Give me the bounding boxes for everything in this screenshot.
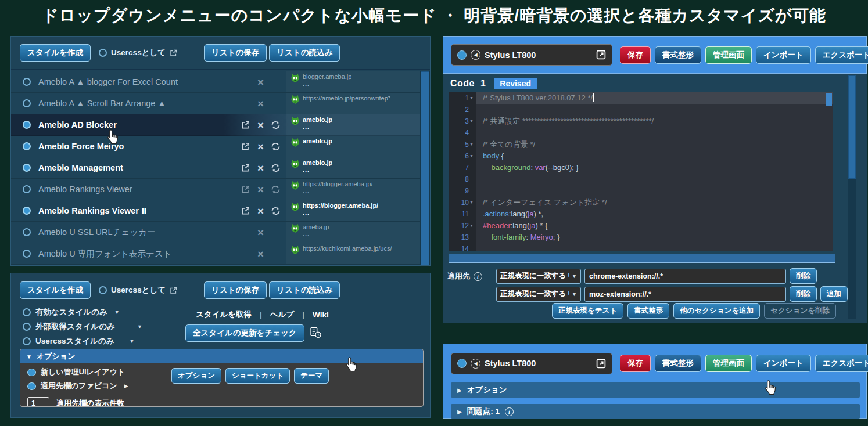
link-2[interactable]: ヘルプ bbox=[270, 309, 294, 320]
more-targets[interactable]: ... bbox=[303, 166, 332, 173]
open-in-window-icon[interactable] bbox=[596, 359, 606, 369]
remove-button[interactable]: 削除 bbox=[790, 286, 817, 302]
style-name-cell[interactable]: Ameblo U 専用フォント表示テスト bbox=[11, 248, 224, 259]
back-icon[interactable]: ◀ bbox=[471, 359, 480, 369]
refresh-icon[interactable] bbox=[271, 142, 281, 151]
create-style-button[interactable]: スタイルを作成 bbox=[20, 44, 91, 62]
options-header[interactable]: ▼ オプション bbox=[20, 349, 423, 363]
create-style-button[interactable]: スタイルを作成 bbox=[20, 281, 91, 299]
usercss-radio[interactable] bbox=[99, 49, 107, 57]
usercss-option[interactable]: Usercssとして bbox=[99, 48, 177, 58]
chevron-down-icon[interactable]: ▼ bbox=[137, 324, 142, 330]
back-icon[interactable]: ◀ bbox=[471, 50, 480, 60]
style-enabled-toggle[interactable] bbox=[23, 142, 31, 150]
style-name-cell[interactable]: Ameblo A ▲ Scroll Bar Arrange ▲ bbox=[11, 99, 224, 108]
save-list-button[interactable]: リストの保存 bbox=[204, 44, 267, 62]
remove-button[interactable]: 削除 bbox=[790, 268, 817, 284]
load-list-button[interactable]: リストの読込み bbox=[269, 281, 340, 299]
option-button[interactable]: テーマ bbox=[294, 368, 329, 384]
section-action-button[interactable]: 他のセクションを追加 bbox=[673, 303, 760, 319]
delete-icon[interactable]: × bbox=[256, 77, 266, 87]
filter-option[interactable]: 外部取得スタイルのみ▼ bbox=[23, 322, 142, 332]
applies-type-select[interactable]: 正規表現に一致する URL▼ bbox=[496, 269, 581, 284]
style-row[interactable]: Ameblo Management×ameblo.jp... bbox=[11, 157, 420, 179]
load-list-button[interactable]: リストの読込み bbox=[269, 44, 340, 62]
more-targets[interactable]: ... bbox=[303, 123, 332, 130]
style-row[interactable]: Ameblo A ▲ Scroll Bar Arrange ▲×https://… bbox=[11, 93, 420, 114]
style-enabled-toggle[interactable] bbox=[23, 121, 31, 129]
style-row[interactable]: Ameblo AD Blocker×ameblo.jp... bbox=[11, 114, 420, 136]
style-name-cell[interactable]: Ameblo AD Blocker bbox=[11, 120, 224, 129]
section-action-button[interactable]: 正規表現をテスト bbox=[552, 303, 623, 319]
save-button[interactable]: 保存 bbox=[620, 46, 651, 64]
style-row[interactable]: Ameblo U 専用フォント表示テスト×https://kuchikomi.a… bbox=[11, 243, 420, 265]
chevron-down-icon[interactable]: ▼ bbox=[129, 338, 134, 344]
style-row[interactable]: Ameblo U SSL URLチェッカー×ameba.jp... bbox=[11, 222, 420, 243]
filter-option[interactable]: Usercssスタイルのみ▼ bbox=[23, 336, 142, 346]
header-button[interactable]: インポート bbox=[756, 46, 811, 64]
delete-icon[interactable]: × bbox=[256, 228, 266, 237]
refresh-icon[interactable] bbox=[271, 206, 281, 216]
refresh-icon[interactable] bbox=[271, 120, 281, 130]
applies-type-select[interactable]: 正規表現に一致する URL▼ bbox=[496, 287, 581, 302]
header-button[interactable]: 管理画面 bbox=[705, 355, 752, 372]
display-count-input[interactable] bbox=[27, 397, 49, 407]
style-row[interactable]: Ameblo Force Meiryo×ameblo.jp bbox=[11, 136, 420, 157]
style-name-cell[interactable]: Ameblo Rankings Viewer Ⅱ bbox=[11, 206, 224, 215]
check-updates-button[interactable]: 全スタイルの更新をチェック bbox=[185, 324, 304, 342]
fold-arrow-icon[interactable]: ▾ bbox=[469, 150, 474, 162]
style-enabled-toggle[interactable] bbox=[23, 228, 31, 236]
popup-section-1[interactable]: ▶オプション bbox=[451, 382, 860, 398]
checkbox-icon[interactable] bbox=[27, 382, 36, 390]
fold-arrow-icon[interactable]: ▾ bbox=[469, 220, 474, 232]
filter-radio[interactable] bbox=[23, 308, 31, 316]
popup-section-2[interactable]: ▶問題点: 1i bbox=[451, 404, 860, 419]
style-enabled-toggle[interactable] bbox=[23, 99, 31, 107]
scrollbar-thumb[interactable] bbox=[421, 71, 429, 265]
link-3[interactable]: Wiki bbox=[313, 311, 329, 319]
update-history-icon[interactable] bbox=[310, 327, 321, 340]
more-targets[interactable]: ... bbox=[303, 209, 378, 216]
style-name-cell[interactable]: Ameblo Force Meiryo bbox=[11, 142, 224, 151]
code-editor[interactable]: 1▾/* Stylus LT800 ver.2018.07.12 */23▾/*… bbox=[449, 92, 833, 251]
applies-url-input[interactable] bbox=[584, 287, 786, 302]
external-link-icon[interactable] bbox=[241, 142, 250, 151]
style-enabled-toggle[interactable] bbox=[23, 250, 31, 258]
option-button[interactable]: ショートカット bbox=[225, 368, 290, 384]
applies-url-input[interactable] bbox=[584, 269, 786, 284]
style-name-cell[interactable]: Ameblo A ▲ blogger For Excel Count bbox=[11, 77, 224, 86]
style-enabled-toggle[interactable] bbox=[23, 207, 31, 215]
delete-icon[interactable]: × bbox=[256, 163, 266, 173]
info-icon[interactable]: i bbox=[474, 272, 482, 281]
style-enabled-toggle[interactable] bbox=[23, 164, 31, 172]
refresh-icon[interactable] bbox=[271, 185, 281, 194]
chevron-right-icon[interactable]: ▶ bbox=[124, 383, 128, 389]
link-1[interactable]: スタイルを取得 bbox=[196, 309, 252, 320]
option-button[interactable]: オプション bbox=[171, 368, 221, 384]
style-row[interactable]: Ameblo Rankings Viewer×https://blogger.a… bbox=[11, 179, 420, 200]
external-link-icon[interactable] bbox=[241, 120, 250, 130]
style-enabled-toggle[interactable] bbox=[23, 78, 31, 86]
style-row[interactable]: Ameblo A ▲ blogger For Excel Count×blogg… bbox=[11, 71, 420, 93]
open-in-window-icon[interactable] bbox=[596, 50, 606, 60]
style-name-cell[interactable]: Ameblo Management bbox=[11, 163, 224, 172]
info-icon[interactable]: i bbox=[505, 407, 514, 416]
save-list-button[interactable]: リストの保存 bbox=[204, 281, 267, 299]
delete-icon[interactable]: × bbox=[256, 185, 266, 194]
style-row[interactable]: Ameblo Rankings Viewer Ⅱ×https://blogger… bbox=[11, 200, 420, 222]
checkbox-icon[interactable] bbox=[27, 369, 36, 376]
save-button[interactable]: 保存 bbox=[620, 355, 651, 372]
delete-icon[interactable]: × bbox=[256, 99, 266, 109]
chevron-down-icon[interactable]: ▼ bbox=[114, 309, 120, 315]
add-button[interactable]: 追加 bbox=[820, 286, 848, 302]
filter-radio[interactable] bbox=[23, 323, 31, 331]
header-button[interactable]: 管理画面 bbox=[705, 46, 752, 64]
header-button[interactable]: エクスポート bbox=[815, 355, 868, 372]
editor-scrollbar-thumb[interactable] bbox=[826, 93, 832, 106]
editor-hscrollbar[interactable] bbox=[449, 254, 835, 263]
refresh-icon[interactable] bbox=[271, 163, 281, 173]
delete-icon[interactable]: × bbox=[256, 142, 266, 151]
style-name-cell[interactable]: Ameblo U SSL URLチェッカー bbox=[11, 227, 224, 238]
code-tab[interactable]: Code 1 bbox=[450, 78, 486, 89]
usercss-radio[interactable] bbox=[99, 286, 107, 294]
